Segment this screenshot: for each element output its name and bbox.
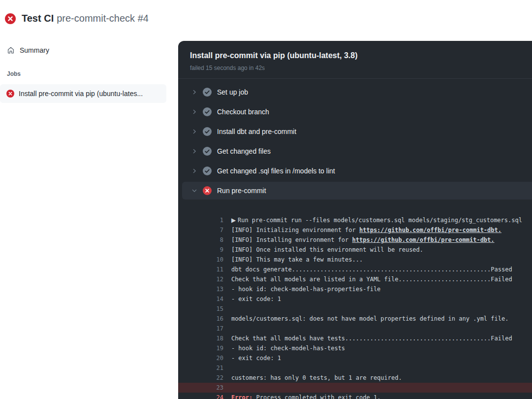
log-line-text: [INFO] Initializing environment for http…	[231, 227, 501, 233]
run-title: Test CIpre-commit-check #4	[22, 13, 149, 24]
step-status	[203, 107, 212, 116]
step-status	[203, 88, 212, 97]
step-row[interactable]: Get changed .sql files in /models to lin…	[178, 161, 532, 181]
log-line-number: 10	[192, 255, 223, 265]
step-label: Run pre-commit	[217, 187, 266, 195]
job-label: Install pre-commit via pip (ubuntu-lates…	[19, 90, 143, 98]
log-line-text: customers: has only 0 tests, but 1 are r…	[231, 374, 402, 381]
log-line-number: 23	[192, 383, 223, 393]
job-failed-status-icon	[6, 90, 14, 98]
sidebar: Summary Jobs Install pre-commit via pip …	[0, 43, 171, 103]
log-line-number: 15	[192, 304, 223, 314]
log-line-text: - exit code: 1	[231, 355, 281, 362]
step-row[interactable]: Install dbt and pre-commit	[178, 122, 532, 141]
sidebar-item-summary[interactable]: Summary	[0, 43, 171, 57]
log-line-number: 14	[192, 294, 223, 304]
log-line-text: [INFO] Installing environment for https:…	[231, 236, 495, 243]
log-line-text: [INFO] This may take a few minutes...	[231, 256, 363, 263]
log-line-text: - hook id: check-model-has-tests	[231, 345, 345, 352]
chevron-right-icon	[191, 148, 197, 154]
step-status	[203, 166, 212, 175]
step-label: Get changed files	[217, 147, 271, 155]
workflow-name: Test CI	[22, 13, 54, 24]
chevron-right-icon	[191, 188, 197, 194]
log-line-number: 8	[192, 235, 223, 245]
step-label: Get changed .sql files in /models to lin…	[217, 167, 335, 175]
step-row[interactable]: Set up job	[178, 82, 532, 102]
log-line-number: 18	[192, 333, 223, 343]
log-line-text: - hook id: check-model-has-properties-fi…	[231, 286, 380, 293]
log-line-text: [INFO] Once installed this environment w…	[231, 246, 423, 253]
log-line-text: Check that all models have tests........…	[231, 335, 512, 342]
log-line[interactable]: 1▶ Run pre-commit run --files models/cus…	[178, 205, 532, 215]
log-line-number: 11	[192, 265, 223, 274]
log-line-number: 1	[192, 215, 223, 225]
step-label: Checkout branch	[217, 108, 269, 116]
step-row[interactable]: Checkout branch	[178, 102, 532, 122]
log-line-number: 20	[192, 353, 223, 363]
chevron-right-icon	[191, 168, 197, 174]
home-icon	[7, 46, 15, 54]
log-line-text: Error: Process completed with exit code …	[231, 394, 380, 399]
success-icon	[203, 127, 212, 136]
step-status	[203, 186, 212, 195]
job-panel-header: Install pre-commit via pip (ubuntu-lates…	[178, 41, 532, 79]
job-panel-title: Install pre-commit via pip (ubuntu-lates…	[190, 50, 520, 62]
log-line-text: Check that all models are listed in a YA…	[231, 276, 512, 283]
log-line-number: 19	[192, 343, 223, 353]
step-status	[203, 127, 212, 136]
success-icon	[203, 107, 212, 116]
step-label: Install dbt and pre-commit	[217, 128, 296, 135]
log-line-text: - exit code: 1	[231, 296, 281, 302]
log-line-number: 17	[192, 324, 223, 333]
success-icon	[203, 147, 212, 156]
log-line-number: 7	[192, 225, 223, 235]
sidebar-summary-label: Summary	[20, 46, 49, 54]
chevron-right-icon	[191, 109, 197, 115]
job-panel-subtitle: failed 15 seconds ago in 42s	[190, 64, 520, 72]
step-label: Set up job	[217, 88, 248, 96]
log-line-number: 22	[192, 373, 223, 383]
step-row[interactable]: Get changed files	[178, 141, 532, 161]
step-status	[203, 147, 212, 156]
log-line-number: 21	[192, 363, 223, 373]
failure-icon	[203, 186, 212, 195]
log-line-number: 13	[192, 284, 223, 294]
chevron-right-icon	[191, 89, 197, 95]
log-line-text: ▶ Run pre-commit run --files models/cust…	[231, 217, 522, 224]
log-line-number: 24	[192, 393, 223, 399]
log-line-number: 12	[192, 274, 223, 284]
log-line-text: models/customers.sql: does not have mode…	[231, 315, 509, 322]
chevron-right-icon	[191, 129, 197, 134]
run-failed-status-icon	[5, 13, 16, 24]
steps-list: Set up job Checkout branch	[178, 79, 532, 200]
log-line-number: 9	[192, 245, 223, 255]
log-line-text: dbt docs generate.......................…	[231, 266, 512, 273]
log-line-number: 16	[192, 314, 223, 324]
jobs-heading: Jobs	[7, 70, 171, 77]
success-icon	[203, 88, 212, 97]
success-icon	[203, 166, 212, 175]
job-log-panel: Install pre-commit via pip (ubuntu-lates…	[178, 41, 532, 399]
sidebar-item-job-selected[interactable]: Install pre-commit via pip (ubuntu-lates…	[0, 84, 166, 103]
step-row[interactable]: Run pre-commit	[182, 182, 532, 200]
run-name: pre-commit-check #4	[57, 13, 149, 24]
run-header: Test CIpre-commit-check #4	[5, 13, 149, 24]
log-output: 1▶ Run pre-commit run --files models/cus…	[178, 200, 532, 393]
